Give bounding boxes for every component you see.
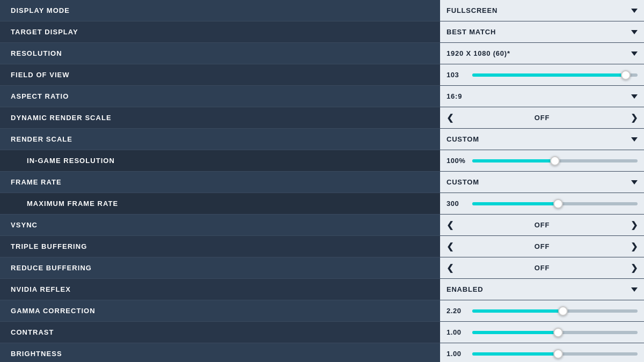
arrow-value-vsync: OFF xyxy=(535,221,550,229)
slider-thumb[interactable] xyxy=(553,199,563,209)
label-aspect-ratio: ASPECT RATIO xyxy=(0,92,440,100)
label-field-of-view: FIELD OF VIEW xyxy=(0,71,440,79)
slider-value-field-of-view: 103 xyxy=(447,71,467,79)
label-gamma-correction: GAMMA CORRECTION xyxy=(0,307,440,315)
control-maximum-frame-rate[interactable]: 300 xyxy=(440,193,644,214)
slider-track-fill xyxy=(472,159,555,162)
control-frame-rate[interactable]: CUSTOM xyxy=(440,172,644,193)
slider-brightness[interactable]: 1.00 xyxy=(447,350,638,358)
dropdown-display-mode[interactable]: FULLSCREEN xyxy=(447,6,638,14)
label-vsync: VSYNC xyxy=(0,221,440,229)
slider-value-brightness: 1.00 xyxy=(447,350,467,358)
label-target-display: TARGET DISPLAY xyxy=(0,28,440,36)
control-resolution[interactable]: 1920 X 1080 (60)* xyxy=(440,43,644,64)
dropdown-resolution[interactable]: 1920 X 1080 (60)* xyxy=(447,49,638,57)
slider-contrast[interactable]: 1.00 xyxy=(447,328,638,336)
slider-maximum-frame-rate[interactable]: 300 xyxy=(447,200,638,208)
control-gamma-correction[interactable]: 2.20 xyxy=(440,300,644,321)
control-nvidia-reflex[interactable]: ENABLED xyxy=(440,279,644,300)
slider-gamma-correction[interactable]: 2.20 xyxy=(447,307,638,315)
dropdown-value-target-display: BEST MATCH xyxy=(447,28,496,36)
setting-row-field-of-view: FIELD OF VIEW103 xyxy=(0,64,644,86)
control-aspect-ratio[interactable]: 16:9 xyxy=(440,86,644,107)
control-vsync[interactable]: ❮OFF❯ xyxy=(440,215,644,235)
setting-row-render-scale: RENDER SCALECUSTOM xyxy=(0,129,644,150)
dropdown-aspect-ratio[interactable]: 16:9 xyxy=(447,92,638,100)
setting-row-brightness: BRIGHTNESS1.00 xyxy=(0,343,644,362)
arrow-value-triple-buffering: OFF xyxy=(535,242,550,250)
setting-row-reduce-buffering: REDUCE BUFFERING❮OFF❯ xyxy=(0,257,644,279)
label-nvidia-reflex: NVIDIA REFLEX xyxy=(0,285,440,293)
dropdown-value-display-mode: FULLSCREEN xyxy=(447,6,497,14)
setting-row-triple-buffering: TRIPLE BUFFERING❮OFF❯ xyxy=(0,236,644,257)
slider-thumb[interactable] xyxy=(553,328,563,337)
chevron-down-icon xyxy=(631,30,638,34)
arrow-selector-vsync[interactable]: ❮OFF❯ xyxy=(447,220,638,230)
setting-row-target-display: TARGET DISPLAYBEST MATCH xyxy=(0,21,644,43)
slider-thumb[interactable] xyxy=(558,306,568,316)
slider-field-of-view[interactable]: 103 xyxy=(447,71,638,79)
label-resolution: RESOLUTION xyxy=(0,49,440,57)
right-arrow-icon[interactable]: ❯ xyxy=(631,113,638,123)
slider-thumb[interactable] xyxy=(550,156,560,166)
control-render-scale[interactable]: CUSTOM xyxy=(440,129,644,150)
slider-track-fill xyxy=(472,331,558,334)
label-frame-rate: FRAME RATE xyxy=(0,178,440,186)
chevron-down-icon xyxy=(631,287,638,292)
setting-row-maximum-frame-rate: MAXIMUM FRAME RATE300 xyxy=(0,193,644,215)
dropdown-frame-rate[interactable]: CUSTOM xyxy=(447,178,638,186)
control-in-game-resolution[interactable]: 100% xyxy=(440,150,644,171)
control-display-mode[interactable]: FULLSCREEN xyxy=(440,0,644,21)
slider-track-field-of-view[interactable] xyxy=(472,73,638,77)
control-reduce-buffering[interactable]: ❮OFF❯ xyxy=(440,257,644,278)
label-contrast: CONTRAST xyxy=(0,328,440,336)
slider-in-game-resolution[interactable]: 100% xyxy=(447,157,638,165)
slider-track-contrast[interactable] xyxy=(472,331,638,334)
setting-row-in-game-resolution: IN-GAME RESOLUTION100% xyxy=(0,150,644,172)
left-arrow-icon[interactable]: ❮ xyxy=(447,263,453,273)
label-render-scale: RENDER SCALE xyxy=(0,135,440,143)
setting-row-contrast: CONTRAST1.00 xyxy=(0,322,644,343)
arrow-selector-reduce-buffering[interactable]: ❮OFF❯ xyxy=(447,263,638,273)
left-arrow-icon[interactable]: ❮ xyxy=(447,241,453,252)
control-field-of-view[interactable]: 103 xyxy=(440,64,644,85)
control-triple-buffering[interactable]: ❮OFF❯ xyxy=(440,236,644,257)
setting-row-display-mode: DISPLAY MODEFULLSCREEN xyxy=(0,0,644,21)
control-target-display[interactable]: BEST MATCH xyxy=(440,21,644,42)
slider-track-brightness[interactable] xyxy=(472,352,638,356)
slider-track-fill xyxy=(472,73,626,77)
slider-track-fill xyxy=(472,202,558,205)
setting-row-gamma-correction: GAMMA CORRECTION2.20 xyxy=(0,300,644,322)
right-arrow-icon[interactable]: ❯ xyxy=(631,241,638,252)
control-dynamic-render-scale[interactable]: ❮OFF❯ xyxy=(440,107,644,128)
left-arrow-icon[interactable]: ❮ xyxy=(447,220,453,230)
dropdown-render-scale[interactable]: CUSTOM xyxy=(447,135,638,143)
dropdown-target-display[interactable]: BEST MATCH xyxy=(447,28,638,36)
control-brightness[interactable]: 1.00 xyxy=(440,343,644,362)
dropdown-value-nvidia-reflex: ENABLED xyxy=(447,285,483,293)
label-maximum-frame-rate: MAXIMUM FRAME RATE xyxy=(0,200,440,208)
control-contrast[interactable]: 1.00 xyxy=(440,322,644,343)
right-arrow-icon[interactable]: ❯ xyxy=(631,220,638,230)
left-arrow-icon[interactable]: ❮ xyxy=(447,113,453,123)
chevron-down-icon xyxy=(631,94,638,99)
chevron-down-icon xyxy=(631,137,638,142)
arrow-value-reduce-buffering: OFF xyxy=(535,264,550,272)
slider-track-in-game-resolution[interactable] xyxy=(472,159,638,162)
chevron-down-icon xyxy=(631,9,638,13)
slider-thumb[interactable] xyxy=(553,349,563,359)
arrow-selector-dynamic-render-scale[interactable]: ❮OFF❯ xyxy=(447,113,638,123)
dropdown-value-frame-rate: CUSTOM xyxy=(447,178,479,186)
slider-track-maximum-frame-rate[interactable] xyxy=(472,202,638,205)
slider-thumb[interactable] xyxy=(621,70,631,80)
dropdown-nvidia-reflex[interactable]: ENABLED xyxy=(447,285,638,293)
right-arrow-icon[interactable]: ❯ xyxy=(631,263,638,273)
dropdown-value-render-scale: CUSTOM xyxy=(447,135,479,143)
label-reduce-buffering: REDUCE BUFFERING xyxy=(0,264,440,272)
dropdown-value-aspect-ratio: 16:9 xyxy=(447,92,462,100)
slider-value-in-game-resolution: 100% xyxy=(447,157,467,165)
slider-track-gamma-correction[interactable] xyxy=(472,309,638,313)
slider-track-fill xyxy=(472,309,563,313)
arrow-selector-triple-buffering[interactable]: ❮OFF❯ xyxy=(447,241,638,252)
slider-value-gamma-correction: 2.20 xyxy=(447,307,467,315)
